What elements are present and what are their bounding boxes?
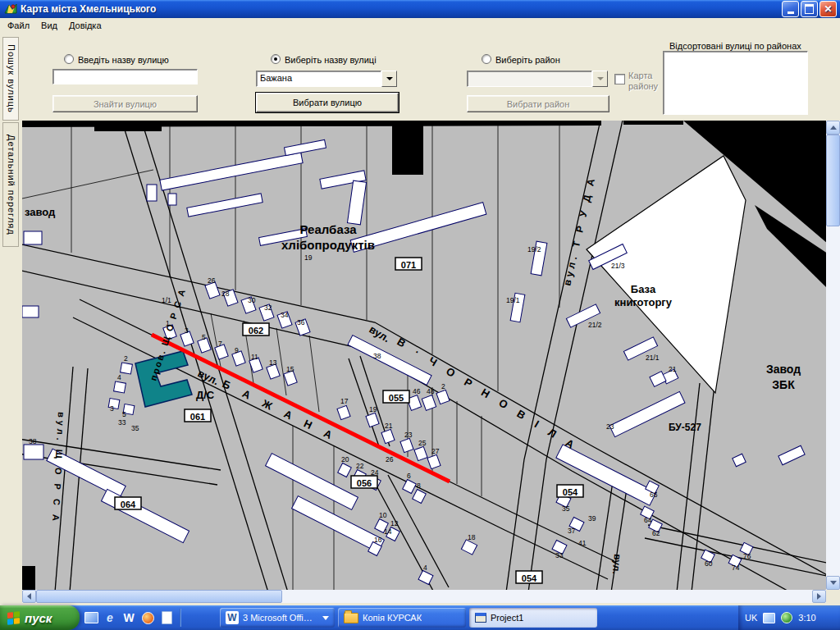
district-code: 056 <box>357 478 372 488</box>
building-number: 25 <box>418 439 427 447</box>
scrollbar-corner <box>826 590 840 603</box>
close-icon: ✕ <box>824 4 832 14</box>
antivirus-icon[interactable] <box>781 612 792 623</box>
system-tray: UK 3:10 <box>738 605 840 630</box>
menu-view[interactable]: Вид <box>35 19 63 32</box>
close-button[interactable]: ✕ <box>819 1 837 17</box>
language-indicator[interactable]: UK <box>745 613 757 623</box>
sorted-streets-label: Відсортовані вулиці по районах <box>669 41 801 51</box>
street-combobox[interactable]: Бажана <box>256 71 397 87</box>
building-number: 23 <box>404 431 413 439</box>
building-number: 39 <box>588 514 596 523</box>
building-number: 30 <box>248 296 256 304</box>
application-window: Карта міста Хмельницького ✕ Файл Вид Дов… <box>0 0 840 630</box>
menu-help[interactable]: Довідка <box>63 19 107 32</box>
start-button[interactable]: пуск <box>0 605 80 630</box>
district-code: 064 <box>121 500 136 509</box>
building-number: 16 <box>374 536 382 544</box>
radio-enter-street-label[interactable]: Введіть назву вулицю <box>78 55 169 65</box>
building-number: 48 <box>427 387 435 395</box>
task-buttons: W 3 Microsoft Office ... Копія КУРСАК Pr… <box>220 608 597 628</box>
tab-street-search[interactable]: Пошук вулиць <box>2 37 19 121</box>
map-building <box>24 231 42 244</box>
task-word-group[interactable]: W 3 Microsoft Office ... <box>220 608 335 628</box>
internet-explorer-icon[interactable]: e <box>103 610 117 625</box>
street-name-input-wrap <box>52 69 198 84</box>
radio-select-street-label[interactable]: Виберіть назву вулиці <box>285 55 377 65</box>
radio-select-street[interactable] <box>271 54 281 64</box>
building-number: 26 <box>386 455 394 463</box>
building-number: 8 <box>417 482 421 490</box>
task-folder-kursak[interactable]: Копія КУРСАК <box>338 608 466 628</box>
scroll-down-button[interactable] <box>826 576 840 590</box>
building-number: 33 <box>118 418 126 427</box>
map-label: Завод <box>766 363 801 376</box>
street-name-input[interactable] <box>53 70 197 84</box>
building-number: 2 <box>124 354 128 363</box>
title-bar: Карта міста Хмельницького ✕ <box>0 0 840 18</box>
map-label: книготоргу <box>614 296 673 308</box>
map-label: Д/С <box>196 389 215 401</box>
vertical-scroll-thumb[interactable] <box>826 135 840 226</box>
clock: 3:10 <box>798 613 815 623</box>
district-combobox-dropdown-button <box>592 71 608 87</box>
taskbar-separator <box>180 609 181 627</box>
maximize-icon <box>805 4 814 14</box>
chevron-down-icon <box>386 77 393 80</box>
building-number: 10 <box>379 511 387 519</box>
menu-file[interactable]: Файл <box>2 19 35 32</box>
building-number: 28 <box>221 290 230 298</box>
radio-select-district[interactable] <box>482 54 491 64</box>
minimize-button[interactable] <box>782 1 799 17</box>
chevron-down-icon <box>322 616 329 620</box>
scroll-left-button[interactable] <box>22 590 36 603</box>
building-number: 33 <box>555 551 564 559</box>
building-number: 26 <box>208 276 216 285</box>
street-combobox-value[interactable]: Бажана <box>256 71 381 87</box>
map-road-area <box>22 566 35 590</box>
building-number: 3 <box>110 404 114 413</box>
scroll-up-button[interactable] <box>826 121 840 135</box>
vertical-scrollbar[interactable] <box>826 121 840 590</box>
radio-select-district-label[interactable]: Виберіть район <box>495 55 560 65</box>
map-building <box>121 363 133 374</box>
building-number: 74 <box>732 564 740 572</box>
app-icon[interactable] <box>4 2 17 16</box>
district-map-checkbox <box>614 74 625 84</box>
media-player-icon[interactable] <box>140 610 155 625</box>
radio-enter-street[interactable] <box>64 54 74 64</box>
map-building <box>24 445 43 459</box>
building-number: 19/1 <box>506 296 520 304</box>
building-number: 21/1 <box>646 354 660 362</box>
task-project1[interactable]: Project1 <box>469 608 597 628</box>
map-building <box>114 381 126 393</box>
building-number: 64 <box>644 516 652 524</box>
map-label: База <box>631 283 656 295</box>
horizontal-scroll-thumb[interactable] <box>36 590 282 603</box>
district-combobox-value <box>467 71 592 87</box>
vb-form-icon <box>475 613 486 623</box>
map-canvas[interactable]: 1919/219/121/321/221/1212628303234361/11… <box>22 121 826 590</box>
select-street-button[interactable]: Вибрати вулицю <box>256 93 399 112</box>
scroll-right-button[interactable] <box>812 590 826 603</box>
building-number: 76 <box>743 552 751 560</box>
building-number: 60 <box>705 559 713 568</box>
building-number: 9 <box>235 346 239 354</box>
horizontal-scrollbar[interactable] <box>22 590 826 603</box>
maximize-button[interactable] <box>801 1 818 17</box>
building-number: 19/2 <box>527 245 541 253</box>
sorted-streets-listbox[interactable] <box>663 51 808 115</box>
building-number: 18 <box>468 533 476 541</box>
building-number: 1/1 <box>162 296 171 304</box>
word-quicklaunch-icon[interactable]: W <box>121 610 136 625</box>
map-building <box>168 194 176 205</box>
network-icon[interactable] <box>763 613 775 623</box>
word-icon: W <box>226 611 239 624</box>
show-desktop-icon[interactable] <box>84 610 98 625</box>
building-number: 7 <box>218 340 222 348</box>
tab-detailed-view[interactable]: Детальний перегляд <box>2 122 19 247</box>
taskbar: пуск e W W 3 Microsoft Office ... Копія … <box>0 605 840 630</box>
document-icon[interactable] <box>159 610 174 625</box>
street-combobox-dropdown-button[interactable] <box>381 71 397 87</box>
building-number: 46 <box>413 387 421 395</box>
